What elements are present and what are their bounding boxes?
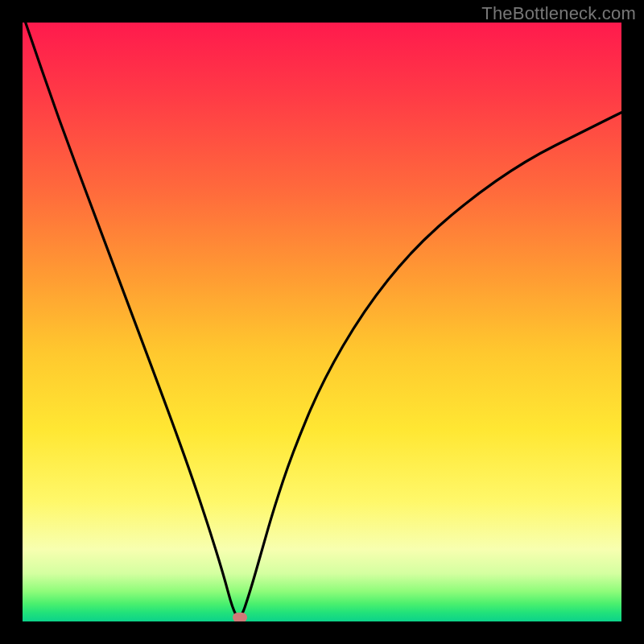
watermark-text: TheBottleneck.com — [481, 3, 636, 24]
plot-area — [23, 23, 621, 621]
minimum-marker — [233, 613, 247, 621]
bottleneck-curve — [23, 23, 621, 621]
curve-path — [26, 23, 621, 617]
outer-frame: TheBottleneck.com — [0, 0, 644, 644]
